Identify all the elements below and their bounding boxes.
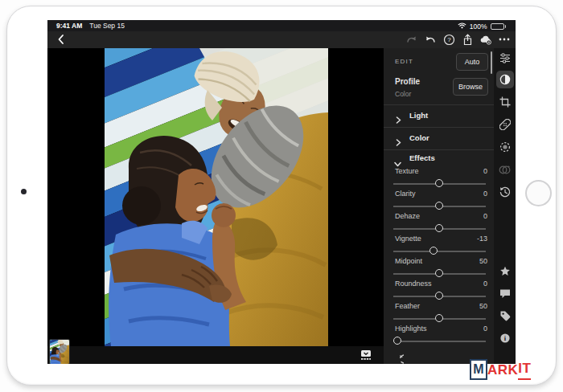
effect-row-dehaze: Dehaze 0	[384, 210, 494, 233]
profile-label: Profile	[395, 77, 420, 86]
photo-canvas[interactable]	[47, 48, 384, 346]
crop-icon[interactable]	[497, 94, 513, 110]
effect-label: Roundness	[395, 280, 432, 288]
effect-label: Feather	[395, 302, 420, 310]
healing-icon[interactable]	[497, 116, 513, 133]
svg-text:?: ?	[447, 36, 451, 43]
front-camera	[21, 189, 27, 194]
filmstrip-thumbnail[interactable]	[50, 340, 69, 364]
effect-value: 50	[479, 302, 487, 310]
effect-row-texture: Texture 0	[384, 165, 494, 188]
watermark-logo-m: M	[470, 359, 487, 380]
section-color[interactable]: Color	[384, 127, 494, 149]
photo	[105, 48, 328, 346]
help-icon[interactable]: ?	[442, 33, 455, 46]
star-rating-icon[interactable]	[497, 263, 513, 279]
edit-panel: EDIT Auto Profile Color Browse Light Col…	[384, 48, 494, 364]
auto-button[interactable]: Auto	[456, 53, 488, 71]
effect-label: Texture	[395, 167, 419, 175]
effect-label: Clarity	[395, 190, 416, 198]
masking-brush-icon[interactable]	[497, 139, 513, 155]
effect-row-midpoint: Midpoint 50	[384, 255, 494, 278]
history-icon[interactable]	[497, 184, 513, 200]
presets-icon[interactable]	[497, 161, 513, 178]
watermark-text: ARK	[487, 361, 518, 380]
filmstrip-toggle-icon[interactable]	[360, 349, 372, 361]
panel-scrollbar[interactable]	[491, 51, 492, 74]
comments-icon[interactable]	[497, 285, 513, 301]
cloud-sync-icon[interactable]	[479, 33, 492, 46]
section-label: Color	[409, 133, 429, 142]
effect-value: 0	[483, 280, 487, 288]
home-button[interactable]	[525, 180, 552, 206]
vignette-slider[interactable]	[393, 247, 486, 255]
effect-row-clarity: Clarity 0	[384, 188, 494, 210]
battery-percent: 100%	[470, 22, 487, 31]
section-effects[interactable]: Effects	[384, 149, 494, 167]
clarity-slider[interactable]	[393, 202, 486, 210]
watermark-text-underlined: IT	[518, 359, 531, 380]
filmstrip-bar	[47, 346, 384, 364]
section-label: Effects	[409, 153, 435, 162]
effect-row-roundness: Roundness 0	[384, 278, 494, 300]
share-icon[interactable]	[461, 33, 474, 46]
tool-rail: i	[494, 48, 516, 364]
back-icon[interactable]	[55, 33, 68, 46]
app-toolbar: ?	[47, 31, 516, 48]
edit-tone-icon[interactable]	[497, 71, 513, 88]
page: 9:41 AM Tue Sep 15 100%	[0, 0, 563, 392]
texture-slider[interactable]	[393, 179, 486, 188]
effect-row-highlights: Highlights 0	[384, 323, 494, 345]
section-light[interactable]: Light	[384, 104, 494, 127]
effect-label: Vignette	[395, 235, 421, 243]
lightroom-app-screen: 9:41 AM Tue Sep 15 100%	[47, 20, 516, 364]
date: Tue Sep 15	[89, 22, 125, 30]
roundness-slider[interactable]	[393, 292, 486, 300]
redo-icon[interactable]	[405, 33, 418, 46]
reset-icon[interactable]	[392, 354, 405, 364]
effect-value: -13	[477, 235, 487, 243]
wifi-icon	[458, 22, 466, 31]
effect-value: 0	[483, 190, 487, 198]
highlights-slider[interactable]	[393, 337, 486, 345]
info-icon[interactable]: i	[497, 330, 513, 346]
more-options-icon[interactable]	[498, 33, 511, 46]
effect-row-feather: Feather 50	[384, 300, 494, 323]
effect-label: Midpoint	[395, 257, 422, 265]
effect-value: 0	[483, 325, 487, 333]
battery-icon	[491, 23, 507, 30]
clock: 9:41 AM	[56, 22, 82, 30]
browse-button[interactable]: Browse	[453, 78, 488, 96]
midpoint-slider[interactable]	[393, 269, 486, 278]
chevron-right-icon	[396, 112, 401, 127]
effect-label: Dehaze	[395, 212, 420, 220]
status-bar: 9:41 AM Tue Sep 15 100%	[47, 20, 516, 31]
undo-icon[interactable]	[424, 33, 437, 46]
section-label: Light	[409, 111, 428, 120]
dehaze-slider[interactable]	[393, 224, 486, 233]
profile-current-value: Color	[395, 90, 411, 98]
effect-row-vignette: Vignette -13	[384, 233, 494, 255]
feather-slider[interactable]	[393, 314, 486, 323]
markit-watermark: M ARK IT	[470, 359, 531, 380]
effect-value: 0	[483, 212, 487, 220]
panel-title: EDIT	[395, 58, 413, 65]
adjust-sliders-icon[interactable]	[497, 50, 513, 66]
effect-label: Highlights	[395, 325, 427, 333]
keyword-tag-icon[interactable]	[497, 308, 513, 324]
photo	[50, 340, 69, 364]
effect-value: 50	[479, 257, 487, 265]
chevron-right-icon	[396, 135, 401, 149]
effect-value: 0	[483, 167, 487, 175]
